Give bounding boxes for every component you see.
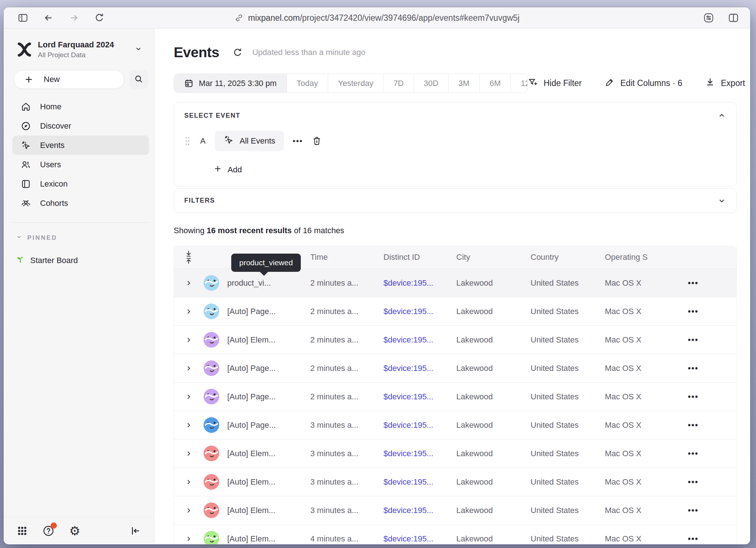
column-header-time[interactable]: Time bbox=[310, 253, 383, 262]
row-expand-chevron[interactable] bbox=[185, 535, 192, 543]
range-3m[interactable]: 3M bbox=[449, 74, 480, 93]
column-header-distinct-id[interactable]: Distinct ID bbox=[383, 253, 456, 262]
expand-all-icon[interactable] bbox=[174, 250, 203, 265]
table-row[interactable]: [Auto] Page... 2 minutes a... $device:19… bbox=[174, 382, 736, 411]
sidebar-item-events[interactable]: Events bbox=[12, 136, 149, 155]
apps-grid-icon[interactable] bbox=[17, 525, 28, 536]
event-name[interactable]: [Auto] Elem... bbox=[227, 477, 310, 487]
row-expand-chevron[interactable] bbox=[185, 478, 192, 486]
distinct-id-link[interactable]: $device:195... bbox=[383, 335, 433, 344]
row-menu-button[interactable]: ••• bbox=[686, 506, 698, 515]
event-options-icon[interactable]: ••• bbox=[293, 137, 303, 145]
row-expand-chevron[interactable] bbox=[185, 422, 192, 429]
distinct-id-link[interactable]: $device:195... bbox=[383, 392, 433, 401]
row-menu-button[interactable]: ••• bbox=[686, 392, 698, 402]
table-row[interactable]: product_vi... 2 minutes a... $device:195… bbox=[174, 269, 736, 297]
distinct-id-link[interactable]: $device:195... bbox=[383, 278, 433, 287]
event-name[interactable]: [Auto] Page... bbox=[227, 364, 310, 373]
event-name[interactable]: [Auto] Page... bbox=[227, 307, 310, 316]
table-row[interactable]: [Auto] Elem... 3 minutes a... $device:19… bbox=[174, 439, 736, 467]
row-expand-chevron[interactable] bbox=[185, 507, 192, 514]
sidebar-item-cohorts[interactable]: Cohorts bbox=[12, 193, 149, 213]
row-menu-button[interactable]: ••• bbox=[686, 307, 698, 316]
workspace-switcher[interactable]: Lord Farquaad 2024 All Project Data bbox=[17, 40, 147, 59]
distinct-id-link[interactable]: $device:195... bbox=[383, 477, 433, 486]
row-menu-button[interactable]: ••• bbox=[686, 477, 698, 487]
row-menu-button[interactable]: ••• bbox=[686, 534, 698, 544]
split-view-icon[interactable] bbox=[728, 12, 739, 24]
event-tooltip: product_viewed bbox=[231, 254, 301, 272]
chevron-up-icon[interactable] bbox=[717, 111, 726, 120]
add-event-button[interactable]: Add bbox=[213, 164, 726, 175]
hide-filter-button[interactable]: Hide Filter bbox=[528, 77, 582, 90]
event-name[interactable]: product_vi... bbox=[227, 278, 310, 288]
column-header-country[interactable]: Country bbox=[531, 253, 605, 262]
distinct-id-link[interactable]: $device:195... bbox=[383, 364, 433, 373]
event-name[interactable]: [Auto] Page... bbox=[227, 392, 310, 402]
row-expand-chevron[interactable] bbox=[185, 279, 192, 287]
browser-sidebar-toggle-icon[interactable] bbox=[17, 12, 28, 23]
range-yesterday[interactable]: Yesterday bbox=[328, 74, 383, 93]
table-row[interactable]: [Auto] Elem... 3 minutes a... $device:19… bbox=[174, 467, 736, 496]
export-button[interactable]: Export bbox=[705, 77, 745, 90]
edit-columns-button[interactable]: Edit Columns · 6 bbox=[605, 77, 682, 90]
row-expand-chevron[interactable] bbox=[185, 308, 192, 315]
table-row[interactable]: [Auto] Page... 3 minutes a... $device:19… bbox=[174, 411, 736, 439]
distinct-id-link[interactable]: $device:195... bbox=[383, 449, 433, 458]
range-30d[interactable]: 30D bbox=[414, 74, 449, 93]
event-selector-button[interactable]: All Events bbox=[215, 131, 284, 151]
event-name[interactable]: [Auto] Elem... bbox=[227, 534, 310, 544]
gear-icon[interactable]: ⚙ bbox=[69, 525, 80, 537]
sidebar-item-lexicon[interactable]: Lexicon bbox=[12, 174, 149, 193]
event-name[interactable]: [Auto] Elem... bbox=[227, 335, 310, 345]
pinned-section-toggle[interactable]: PINNED bbox=[16, 234, 154, 242]
search-button[interactable] bbox=[129, 70, 148, 89]
table-row[interactable]: [Auto] Page... 2 minutes a... $device:19… bbox=[174, 354, 736, 382]
refresh-icon[interactable] bbox=[232, 47, 243, 58]
back-icon[interactable] bbox=[43, 12, 54, 23]
row-menu-button[interactable]: ••• bbox=[686, 364, 698, 373]
table-row[interactable]: [Auto] Elem... 4 minutes a... $device:19… bbox=[174, 524, 736, 544]
select-event-title: SELECT EVENT bbox=[184, 112, 240, 120]
distinct-id-link[interactable]: $device:195... bbox=[383, 534, 433, 543]
row-expand-chevron[interactable] bbox=[185, 393, 192, 400]
distinct-id-link[interactable]: $device:195... bbox=[383, 420, 433, 430]
row-menu-button[interactable]: ••• bbox=[686, 278, 698, 288]
new-button[interactable]: New bbox=[13, 70, 125, 89]
date-picker-button[interactable]: Mar 11, 2025 3:30 pm bbox=[174, 74, 287, 93]
chevron-down-icon[interactable] bbox=[717, 196, 726, 205]
download-icon bbox=[705, 77, 715, 90]
collapse-sidebar-icon[interactable] bbox=[129, 525, 141, 537]
forward-icon[interactable] bbox=[68, 12, 79, 23]
table-row[interactable]: [Auto] Elem... 3 minutes a... $device:19… bbox=[174, 496, 736, 524]
range-12m[interactable]: 12M bbox=[511, 74, 528, 93]
help-button[interactable] bbox=[42, 525, 55, 537]
range-today[interactable]: Today bbox=[287, 74, 328, 93]
table-row[interactable]: [Auto] Page... 2 minutes a... $device:19… bbox=[174, 297, 736, 325]
table-row[interactable]: [Auto] Elem... 2 minutes a... $device:19… bbox=[174, 325, 736, 354]
sidebar-item-users[interactable]: Users bbox=[12, 155, 149, 174]
event-name[interactable]: [Auto] Elem... bbox=[227, 506, 310, 515]
trash-icon[interactable] bbox=[312, 136, 322, 146]
row-expand-chevron[interactable] bbox=[185, 365, 192, 372]
sidebar-item-starter-board[interactable]: Starter Board bbox=[12, 251, 149, 270]
range-6m[interactable]: 6M bbox=[480, 74, 511, 93]
distinct-id-link[interactable]: $device:195... bbox=[383, 506, 433, 515]
reload-icon[interactable] bbox=[94, 12, 105, 23]
distinct-id-link[interactable]: $device:195... bbox=[383, 307, 433, 316]
column-header-os[interactable]: Operating S bbox=[605, 253, 686, 262]
event-name[interactable]: [Auto] Elem... bbox=[227, 449, 310, 458]
sidebar-item-home[interactable]: Home bbox=[12, 97, 149, 116]
event-name[interactable]: [Auto] Page... bbox=[227, 420, 310, 430]
sidebar-item-discover[interactable]: Discover bbox=[12, 116, 149, 136]
row-menu-button[interactable]: ••• bbox=[686, 335, 698, 345]
row-expand-chevron[interactable] bbox=[185, 336, 192, 344]
page-settings-icon[interactable] bbox=[703, 12, 714, 24]
row-expand-chevron[interactable] bbox=[185, 450, 192, 457]
drag-handle-icon[interactable] bbox=[184, 136, 191, 146]
url-bar[interactable]: mixpanel.com/project/3472420/view/397469… bbox=[234, 7, 519, 28]
column-header-city[interactable]: City bbox=[456, 253, 531, 262]
range-7d[interactable]: 7D bbox=[383, 74, 414, 93]
row-menu-button[interactable]: ••• bbox=[686, 420, 698, 430]
row-menu-button[interactable]: ••• bbox=[686, 449, 698, 458]
